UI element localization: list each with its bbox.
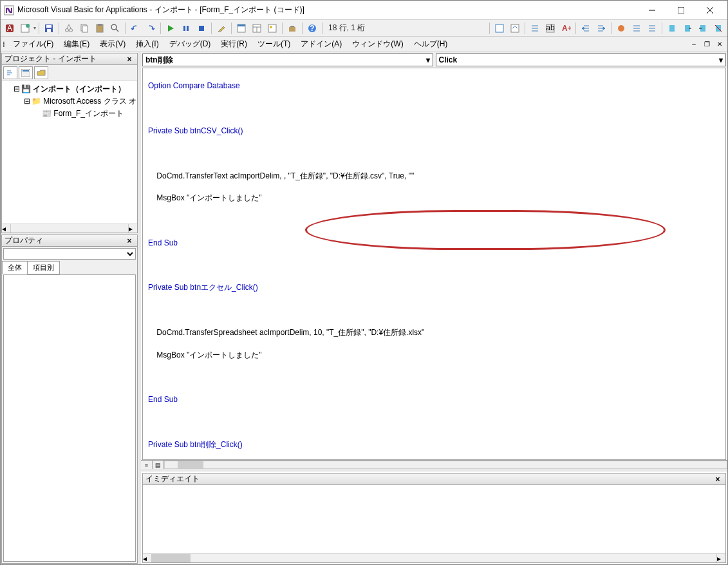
tree-item-form[interactable]: 📰 Form_F_インポート <box>5 108 135 120</box>
menu-help[interactable]: ヘルプ(H) <box>409 37 453 52</box>
indent-icon[interactable] <box>579 21 593 35</box>
cut-icon[interactable] <box>62 21 76 35</box>
menu-tools[interactable]: ツール(T) <box>252 37 295 52</box>
procedure-combo[interactable]: Click ▾ <box>436 53 727 66</box>
immediate-window: イミディエイト × ◂ ▸ <box>142 473 726 563</box>
svg-text:A+: A+ <box>562 24 571 33</box>
properties-close[interactable]: × <box>124 236 135 245</box>
menu-edit[interactable]: 編集(E) <box>59 37 95 52</box>
code-editor[interactable]: Option Compare Database Private Sub btnC… <box>142 68 726 460</box>
svg-rect-10 <box>46 25 51 28</box>
minimize-button[interactable] <box>637 1 666 19</box>
left-panel: プロジェクト - インポート × ⊟💾 インポート（インポート） ⊟📁 Micr… <box>1 52 138 564</box>
properties-panel: プロパティ × 全体 項目別 <box>1 235 138 564</box>
redo-icon[interactable] <box>144 21 158 35</box>
svg-text:A: A <box>7 24 12 33</box>
reset-icon[interactable] <box>194 21 209 35</box>
list-properties-icon[interactable] <box>528 21 542 35</box>
svg-rect-17 <box>98 24 102 26</box>
properties-header: プロパティ × <box>2 235 137 247</box>
uncomment-block-icon[interactable] <box>645 21 659 35</box>
bookmark-toggle-icon[interactable] <box>665 21 679 35</box>
insert-module-icon[interactable] <box>18 21 32 35</box>
svg-line-19 <box>116 29 118 32</box>
object-combo[interactable]: btn削除 ▾ <box>142 53 433 66</box>
immediate-title: イミディエイト <box>145 474 200 484</box>
maximize-button[interactable] <box>666 1 695 19</box>
chevron-down-icon[interactable]: ▾ <box>719 55 723 64</box>
mdi-close[interactable]: ✕ <box>714 39 725 50</box>
menu-run[interactable]: 実行(R) <box>216 37 252 52</box>
list-constants-icon[interactable]: ab <box>543 21 557 35</box>
tree-project-root[interactable]: ⊟💾 インポート（インポート） <box>5 83 135 95</box>
titlebar: Microsoft Visual Basic for Applications … <box>1 1 727 20</box>
svg-point-8 <box>26 24 30 28</box>
toggle-folders-icon[interactable] <box>34 66 48 79</box>
project-tree[interactable]: ⊟💾 インポート（インポート） ⊟📁 Microsoft Access クラス … <box>2 81 137 224</box>
comment-block-icon[interactable] <box>630 21 644 35</box>
svg-rect-24 <box>238 24 245 26</box>
project-explorer-panel: プロジェクト - インポート × ⊟💾 インポート（インポート） ⊟📁 Micr… <box>1 53 138 233</box>
tb-icon-2[interactable] <box>508 21 522 35</box>
menu-file[interactable]: ファイル(F) <box>8 37 59 52</box>
object-combo-value: btn削除 <box>145 55 173 66</box>
horizontal-splitter[interactable] <box>141 469 727 472</box>
immediate-body[interactable] <box>143 485 725 553</box>
procedure-view-button[interactable]: ≡ <box>141 461 153 470</box>
run-icon[interactable] <box>163 21 178 35</box>
properties-window-icon[interactable] <box>250 21 264 35</box>
menu-view[interactable]: 表示(V) <box>95 37 131 52</box>
properties-grid[interactable] <box>3 274 136 562</box>
tree-folder-access-classes[interactable]: ⊟📁 Microsoft Access クラス オブ <box>5 95 135 108</box>
full-module-view-button[interactable]: ▤ <box>153 461 164 470</box>
mdi-restore[interactable]: ❐ <box>701 39 713 50</box>
svg-rect-30 <box>289 27 295 32</box>
svg-rect-20 <box>183 26 185 31</box>
undo-icon[interactable] <box>128 21 142 35</box>
menu-window[interactable]: ウィンドウ(W) <box>347 37 408 52</box>
properties-tab-categorized[interactable]: 項目別 <box>27 261 60 274</box>
procedure-combo-value: Click <box>439 55 458 64</box>
svg-point-12 <box>66 28 69 32</box>
help-icon[interactable]: ? <box>305 21 319 35</box>
outdent-icon[interactable] <box>594 21 608 35</box>
break-icon[interactable] <box>179 21 193 35</box>
properties-tabs: 全体 項目別 <box>2 261 137 274</box>
design-mode-icon[interactable] <box>214 21 229 35</box>
paste-icon[interactable] <box>93 21 107 35</box>
code-header: btn削除 ▾ Click ▾ <box>141 52 727 68</box>
workspace: プロジェクト - インポート × ⊟💾 インポート（インポート） ⊟📁 Micr… <box>1 52 727 564</box>
app-icon <box>4 5 14 15</box>
bookmark-prev-icon[interactable] <box>696 21 710 35</box>
svg-rect-2 <box>678 7 684 14</box>
svg-text:ab: ab <box>546 23 555 32</box>
object-browser-icon[interactable] <box>265 21 279 35</box>
horizontal-scrollbar[interactable] <box>164 461 727 469</box>
bookmark-next-icon[interactable] <box>680 21 695 35</box>
close-button[interactable] <box>695 1 724 19</box>
project-explorer-icon[interactable] <box>234 21 248 35</box>
svg-rect-11 <box>47 29 51 32</box>
view-object-icon[interactable] <box>19 66 33 79</box>
project-toolbar <box>2 65 137 81</box>
breakpoint-icon[interactable] <box>614 21 628 35</box>
copy-icon[interactable] <box>77 21 91 35</box>
menu-addins[interactable]: アドイン(A) <box>295 37 347 52</box>
properties-tab-alphabetic[interactable]: 全体 <box>2 261 28 274</box>
immediate-close[interactable]: × <box>713 475 723 484</box>
chevron-down-icon[interactable]: ▾ <box>426 55 430 64</box>
view-code-icon[interactable] <box>3 66 17 79</box>
quick-info-icon[interactable]: A+ <box>559 21 573 35</box>
toolbox-icon[interactable] <box>285 21 299 35</box>
view-access-icon[interactable]: A <box>3 21 17 35</box>
properties-object-combo[interactable] <box>3 248 136 260</box>
svg-rect-46 <box>23 70 29 72</box>
menu-insert[interactable]: 挿入(I) <box>131 37 163 52</box>
menu-debug[interactable]: デバッグ(D) <box>164 37 216 52</box>
project-explorer-close[interactable]: × <box>124 55 135 64</box>
find-icon[interactable] <box>108 21 122 35</box>
mdi-minimize[interactable]: – <box>688 39 700 50</box>
tb-icon-1[interactable] <box>492 21 507 35</box>
bookmark-clear-icon[interactable] <box>711 21 725 35</box>
save-icon[interactable] <box>42 21 56 35</box>
